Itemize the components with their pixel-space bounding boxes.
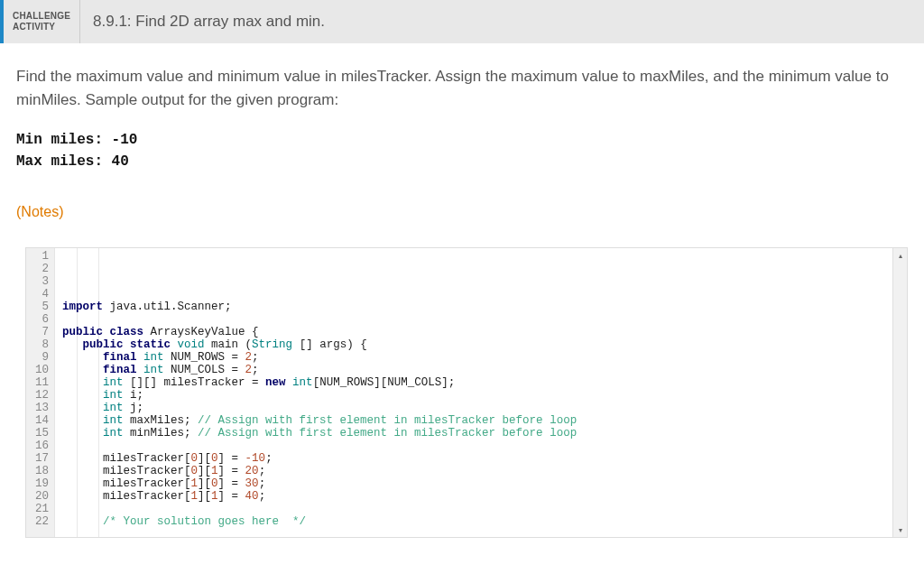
code-line[interactable] [62, 440, 577, 452]
line-number: 2 [35, 263, 49, 275]
line-number: 21 [35, 503, 49, 515]
code-line[interactable]: milesTracker[1][0] = 30; [62, 477, 577, 490]
badge-line-2: ACTIVITY [13, 22, 70, 32]
line-number: 22 [35, 515, 49, 528]
scroll-down-icon[interactable]: ▾ [893, 523, 907, 537]
line-number: 16 [35, 440, 49, 452]
line-number: 11 [35, 376, 49, 389]
line-number: 10 [35, 364, 49, 376]
code-editor[interactable]: 12345678910111213141516171819202122 impo… [25, 247, 908, 538]
line-number: 1 [35, 250, 49, 263]
line-number: 14 [35, 414, 49, 427]
line-number: 6 [35, 313, 49, 326]
code-line[interactable]: public static void main (String [] args)… [62, 338, 577, 351]
line-number: 5 [35, 301, 49, 313]
line-number: 15 [35, 427, 49, 440]
code-line[interactable]: milesTracker[0][1] = 20; [62, 465, 577, 477]
line-number: 20 [35, 490, 49, 503]
code-line[interactable]: milesTracker[0][0] = -10; [62, 452, 577, 465]
code-line[interactable] [62, 528, 577, 538]
code-line[interactable]: import java.util.Scanner; [62, 301, 577, 313]
code-line[interactable]: int j; [62, 402, 577, 414]
challenge-title: 8.9.1: Find 2D array max and min. [80, 0, 325, 43]
instructions-text: Find the maximum value and minimum value… [0, 43, 924, 116]
scrollbar-track[interactable] [893, 263, 907, 523]
code-line[interactable]: int i; [62, 389, 577, 402]
notes-link[interactable]: (Notes) [0, 182, 924, 227]
code-line[interactable]: milesTracker[1][1] = 40; [62, 490, 577, 503]
challenge-header: CHALLENGE ACTIVITY 8.9.1: Find 2D array … [0, 0, 924, 43]
line-number: 9 [35, 351, 49, 364]
code-line[interactable]: final int NUM_ROWS = 2; [62, 351, 577, 364]
line-number: 7 [35, 326, 49, 338]
scroll-up-icon[interactable]: ▴ [893, 248, 907, 263]
line-number: 17 [35, 452, 49, 465]
code-line[interactable] [62, 503, 577, 515]
line-number: 4 [35, 288, 49, 301]
challenge-badge: CHALLENGE ACTIVITY [4, 0, 80, 43]
code-line[interactable]: int [][] milesTracker = new int[NUM_ROWS… [62, 376, 577, 389]
code-line[interactable]: public class ArraysKeyValue { [62, 326, 577, 338]
code-area[interactable]: import java.util.Scanner;public class Ar… [55, 248, 580, 537]
line-number: 12 [35, 389, 49, 402]
line-number: 8 [35, 338, 49, 351]
code-line[interactable]: int minMiles; // Assign with first eleme… [62, 427, 577, 440]
code-line[interactable]: final int NUM_COLS = 2; [62, 364, 577, 376]
sample-output: Min miles: -10 Max miles: 40 [0, 116, 924, 183]
line-number: 13 [35, 402, 49, 414]
line-number: 18 [35, 465, 49, 477]
vertical-scrollbar[interactable]: ▴ ▾ [892, 248, 907, 537]
code-line[interactable]: int maxMiles; // Assign with first eleme… [62, 414, 577, 427]
code-line[interactable] [62, 313, 577, 326]
code-line[interactable]: /* Your solution goes here */ [62, 515, 577, 528]
line-number: 19 [35, 477, 49, 490]
badge-line-1: CHALLENGE [13, 11, 70, 22]
line-number-gutter: 12345678910111213141516171819202122 [26, 248, 55, 537]
line-number: 3 [35, 275, 49, 288]
